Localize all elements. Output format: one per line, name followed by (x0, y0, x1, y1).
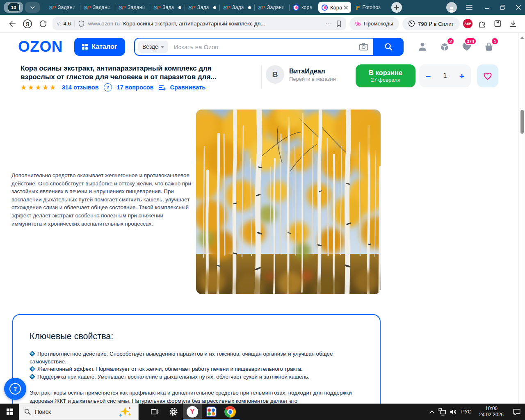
tab-count-button[interactable]: 10 (4, 2, 23, 13)
diamond-icon (30, 366, 35, 372)
minimize-icon[interactable] (485, 5, 490, 10)
browser-tab[interactable]: SPЗадания (46, 0, 80, 15)
tab-label: Задания (58, 5, 77, 10)
more-icon[interactable]: ⋯ (326, 20, 332, 27)
qty-plus-button[interactable]: + (459, 72, 464, 80)
favorites-button[interactable]: 374 (461, 41, 472, 52)
menu-icon[interactable] (466, 5, 472, 10)
search-input[interactable] (173, 43, 359, 51)
rating-value: 4,6 (64, 21, 71, 27)
tab-label: Зада (197, 5, 211, 10)
tab-label: Fotohos (362, 5, 384, 10)
tab-list-chevron-button[interactable] (25, 2, 40, 13)
cart-button[interactable]: 1 (483, 41, 495, 52)
browser-tab[interactable]: SPЗадание (255, 0, 289, 15)
promocodes-button[interactable]: % Промокоды (349, 17, 399, 30)
in-cart-button[interactable]: В корзине 27 февраля (356, 64, 415, 87)
ozon-logo[interactable]: OZON (18, 38, 63, 55)
camera-search-button[interactable] (359, 43, 368, 51)
person-icon (448, 6, 455, 13)
yandex-browser-app[interactable]: Y (183, 404, 202, 420)
browser-tab-active[interactable]: Кора (318, 2, 351, 13)
orders-button[interactable]: 2 (439, 41, 450, 52)
new-tab-button[interactable] (391, 2, 402, 13)
key-property-item: Поддержка при кашле. Уменьшает воспалени… (30, 373, 363, 381)
extensions-button[interactable] (476, 18, 488, 30)
clock[interactable]: 10:00 24.02.2026 (474, 406, 509, 418)
header-icons: 2 374 1 (417, 41, 495, 52)
percent-icon: % (355, 20, 361, 27)
task-view-button[interactable] (145, 404, 164, 420)
search-submit-button[interactable] (373, 38, 404, 56)
action-center-button[interactable] (509, 404, 525, 420)
browser-tab[interactable]: кора ос (290, 0, 317, 15)
rating-stars: ★★★★★ (21, 83, 57, 92)
fotohosting-favicon: F (356, 4, 360, 11)
tab-label: Задания (128, 5, 146, 10)
browser-tab-bar: 10 SPЗаданияSPЗаданияSPЗаданияSPЗадаSPЗа… (0, 0, 525, 15)
refresh-button[interactable] (37, 18, 49, 30)
profile-button[interactable] (417, 41, 428, 52)
compare-link[interactable]: Сравнивать (170, 84, 205, 91)
diamond-icon (30, 374, 35, 379)
ozon-header: OZON Каталог Везде 2 (0, 33, 518, 61)
split-payment-button[interactable]: 798 ₽ в Сплит (402, 17, 460, 30)
network-tray-icon[interactable] (437, 404, 448, 420)
yandex-button[interactable]: Я (21, 18, 34, 30)
scrollbar-thumb[interactable] (520, 110, 524, 134)
tab-close-icon[interactable] (344, 6, 348, 9)
chrome-icon (224, 406, 236, 418)
catalog-button[interactable]: Каталог (74, 38, 125, 56)
questions-link[interactable]: 17 вопросов (117, 84, 154, 91)
sp-favicon: SP (223, 5, 230, 11)
key-property-text: Поддержка при кашле. Уменьшает воспалени… (37, 374, 310, 380)
orders-badge: 2 (447, 37, 454, 45)
back-arrow-icon (8, 20, 16, 28)
favorite-button[interactable] (477, 64, 498, 87)
browser-tab[interactable]: SPЗадания (80, 0, 115, 15)
help-button[interactable]: ? (4, 378, 26, 400)
browser-profile-avatar[interactable] (446, 2, 457, 13)
person-icon (417, 41, 428, 52)
close-window-icon[interactable] (516, 5, 521, 10)
language-indicator[interactable]: РУС (459, 409, 474, 415)
downloads-button[interactable] (507, 18, 519, 30)
seller-avatar: В (266, 65, 284, 84)
browser-tab[interactable]: SPЗада (220, 0, 254, 15)
shield-icon[interactable] (78, 20, 85, 27)
maximize-icon[interactable] (500, 5, 505, 10)
browser-tab[interactable]: SPЗадания (115, 0, 150, 15)
seller-block[interactable]: В ВитаИдеал Перейти в магазин (266, 65, 336, 84)
chrome-app[interactable] (221, 404, 240, 420)
seller-shop-link[interactable]: Перейти в магазин (289, 75, 336, 82)
page-scrollbar[interactable] (518, 33, 525, 404)
collections-button[interactable] (491, 18, 504, 30)
scroll-up-arrow-icon[interactable] (520, 36, 524, 39)
dots-app-icon (206, 406, 217, 417)
diamond-icon (30, 351, 35, 356)
back-button[interactable] (6, 18, 18, 30)
volume-tray-icon[interactable] (448, 404, 459, 420)
time: 10:00 (474, 406, 509, 412)
search-scope-dropdown[interactable]: Везде (138, 41, 168, 53)
tray-expand-button[interactable] (427, 404, 437, 420)
bookmark-icon[interactable] (336, 20, 342, 27)
catalog-label: Каталог (91, 43, 117, 50)
start-button[interactable] (7, 409, 13, 415)
browser-tab[interactable]: SPЗада (185, 0, 219, 15)
browser-tab[interactable]: SPЗада (150, 0, 185, 15)
taskbar-search[interactable]: Поиск (19, 404, 139, 420)
product-header: Кора осины экстракт, антипаразитарный ко… (0, 61, 518, 96)
dots-app[interactable] (202, 404, 221, 420)
sp-favicon: SP (49, 5, 55, 11)
browser-tab[interactable]: FFotohos (353, 0, 387, 15)
split-label: 798 ₽ в Сплит (418, 21, 454, 27)
settings-button[interactable] (164, 404, 183, 420)
key-properties-heading: Ключевые свойства: (30, 331, 363, 342)
yandex-icon: Я (23, 19, 32, 29)
reviews-link[interactable]: 314 отзывов (62, 84, 99, 91)
adblock-icon[interactable]: ABP (463, 19, 472, 28)
product-image[interactable] (196, 110, 381, 294)
url-field[interactable]: ☆ 4,6 www.ozon.ru Кора осины экстракт, а… (52, 17, 346, 30)
qty-minus-button[interactable]: − (426, 72, 431, 80)
